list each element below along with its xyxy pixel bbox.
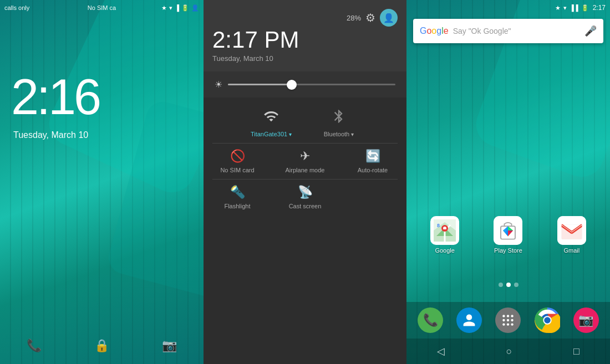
svg-point-23	[503, 315, 505, 317]
shade-date: Tuesday, March 10	[212, 54, 398, 63]
user-icon: 👤	[191, 4, 199, 12]
brightness-knob[interactable]	[287, 80, 297, 90]
svg-point-28	[511, 319, 514, 321]
star-icon: ★	[161, 4, 167, 12]
lock-time: 2:16	[11, 72, 99, 122]
toggle-no-sim[interactable]: 🚫 No SIM card	[204, 143, 271, 179]
toggle-airplane[interactable]: ✈ Airplane mode	[271, 143, 339, 179]
home-nav-bar: ◁ ○ □	[406, 339, 610, 364]
maps-icon: 8	[430, 216, 459, 245]
home-status-bar: ★ ▾ ▐▐ 🔋 2:17	[406, 0, 610, 16]
flashlight-label: Flashlight	[224, 203, 250, 209]
cast-icon: 📡	[298, 185, 313, 199]
dock-apps[interactable]	[495, 307, 521, 333]
home-apps-row: 8 Google	[413, 216, 603, 254]
home-star-icon: ★	[555, 4, 561, 12]
wifi-toggle-icon	[263, 109, 279, 127]
home-dock: 📞 📷	[406, 302, 610, 339]
app-google-maps[interactable]: 8 Google	[430, 216, 459, 254]
dock-camera[interactable]: 📷	[573, 307, 599, 333]
shade-header: 28% ⚙ 👤 2:17 PM Tuesday, March 10	[204, 0, 406, 71]
toggle-flashlight[interactable]: 🔦 Flashlight	[204, 180, 271, 215]
playstore-icon	[494, 216, 522, 245]
home-wifi-icon: ▾	[563, 4, 567, 12]
lock-camera-icon[interactable]: 📷	[162, 339, 177, 353]
svg-point-29	[503, 323, 505, 325]
home-screen-panel: ★ ▾ ▐▐ 🔋 2:17 Google Say "Ok Google" 🎤	[406, 0, 610, 364]
lock-status-left-text: calls only	[4, 4, 161, 11]
bt-chevron-icon: ▾	[351, 131, 354, 137]
wifi-toggle-label: TitanGate301 ▾	[251, 131, 292, 137]
dock-phone[interactable]: 📞	[418, 307, 443, 333]
notification-shade-panel: 28% ⚙ 👤 2:17 PM Tuesday, March 10 ☀	[204, 0, 406, 364]
dot-3[interactable]	[514, 283, 518, 287]
toggle-bluetooth[interactable]: Bluetooth ▾	[305, 103, 373, 143]
signal-icon: ▐	[175, 4, 179, 11]
toggle-wifi[interactable]: TitanGate301 ▾	[237, 103, 305, 143]
lock-bottom-icons: 📞 🔒 📷	[0, 339, 204, 353]
app-label-google: Google	[435, 247, 454, 254]
app-play-store[interactable]: Play Store	[494, 216, 522, 254]
nav-recents-icon[interactable]: □	[573, 346, 580, 357]
wifi-chevron-icon: ▾	[289, 131, 292, 137]
svg-point-25	[511, 315, 514, 317]
flashlight-icon: 🔦	[230, 185, 245, 199]
toggle-auto-rotate[interactable]: 🔄 Auto-rotate	[339, 143, 406, 179]
toggle-row-3: 🔦 Flashlight 📡 Cast screen	[204, 180, 406, 215]
app-label-gmail: Gmail	[563, 247, 580, 254]
app-label-playstore: Play Store	[494, 247, 522, 254]
battery-icon: 🔋	[181, 4, 189, 12]
search-hint: Say "Ok Google"	[453, 27, 580, 35]
lock-status-center: No SIM ca	[88, 4, 116, 11]
lock-status-bar: calls only No SIM ca ★ ▾ ▐ 🔋 👤	[0, 0, 204, 16]
nav-home-icon[interactable]: ○	[506, 346, 512, 357]
lock-phone-icon[interactable]: 📞	[27, 339, 42, 353]
brightness-slider[interactable]	[228, 84, 395, 85]
brightness-sun-icon: ☀	[215, 79, 222, 90]
lock-screen-panel: calls only No SIM ca ★ ▾ ▐ 🔋 👤 2:16 Tues…	[0, 0, 204, 364]
app-gmail[interactable]: Gmail	[557, 216, 586, 254]
lock-date: Tuesday, March 10	[13, 130, 88, 140]
toggle-row-1: TitanGate301 ▾ Bluetooth ▾	[204, 103, 406, 143]
svg-point-35	[544, 317, 551, 324]
lock-icon[interactable]: 🔒	[94, 339, 109, 353]
svg-point-26	[503, 319, 505, 321]
dock-contacts[interactable]	[456, 307, 482, 333]
lock-status-right: ★ ▾ ▐ 🔋 👤	[161, 4, 199, 12]
shade-avatar[interactable]: 👤	[380, 9, 398, 27]
bluetooth-toggle-label: Bluetooth ▾	[324, 131, 354, 137]
no-sim-icon: 🚫	[230, 149, 245, 163]
home-battery-icon: 🔋	[581, 4, 589, 12]
brightness-row: ☀	[204, 71, 406, 98]
google-search-bar[interactable]: Google Say "Ok Google" 🎤	[413, 19, 603, 43]
svg-point-30	[507, 323, 509, 325]
svg-text:8: 8	[437, 223, 440, 228]
home-dots	[406, 283, 610, 287]
wifi-icon: ▾	[169, 4, 172, 12]
gear-icon[interactable]: ⚙	[365, 11, 375, 24]
battery-percent: 28%	[347, 14, 361, 22]
nav-back-icon[interactable]: ◁	[437, 345, 445, 357]
toggle-cast[interactable]: 📡 Cast screen	[271, 180, 339, 215]
mic-icon[interactable]: 🎤	[584, 25, 597, 37]
google-logo: Google	[420, 26, 449, 36]
shade-battery-row: 28% ⚙ 👤	[212, 9, 398, 27]
svg-point-24	[507, 315, 509, 317]
auto-rotate-label: Auto-rotate	[358, 167, 388, 173]
dot-1[interactable]	[499, 283, 503, 287]
home-signal-icon: ▐▐	[570, 4, 578, 11]
gmail-icon	[557, 216, 586, 245]
bluetooth-toggle-icon	[331, 109, 347, 127]
dot-2[interactable]	[506, 283, 511, 287]
svg-point-31	[511, 323, 514, 325]
home-time: 2:17	[593, 4, 606, 12]
toggle-row-2: 🚫 No SIM card ✈ Airplane mode 🔄 Auto-rot…	[204, 143, 406, 179]
airplane-icon: ✈	[300, 149, 310, 163]
shade-time: 2:17 PM	[212, 27, 398, 53]
quick-toggles: TitanGate301 ▾ Bluetooth ▾	[204, 98, 406, 221]
dock-chrome[interactable]	[535, 307, 560, 333]
svg-point-27	[507, 319, 509, 321]
airplane-label: Airplane mode	[286, 167, 325, 173]
cast-label: Cast screen	[289, 203, 322, 209]
auto-rotate-icon: 🔄	[365, 149, 380, 163]
